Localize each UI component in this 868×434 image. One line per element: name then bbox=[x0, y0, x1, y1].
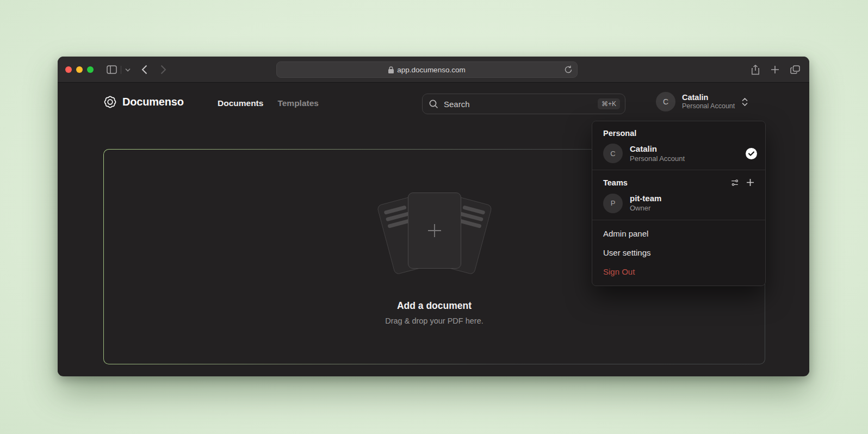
sidebar-chevron-down-icon[interactable] bbox=[125, 68, 131, 72]
lock-icon bbox=[388, 66, 394, 73]
nav-link-templates[interactable]: Templates bbox=[277, 98, 319, 108]
address-bar[interactable]: app.documenso.com bbox=[276, 61, 578, 78]
browser-window: app.documenso.com bbox=[58, 57, 809, 376]
avatar: C bbox=[656, 92, 675, 111]
browser-chrome: app.documenso.com bbox=[58, 57, 809, 83]
teams-section-label: Teams bbox=[603, 178, 628, 187]
forward-button-icon[interactable] bbox=[160, 65, 166, 75]
document-stack-illustration bbox=[372, 188, 497, 282]
menu-item-user-settings[interactable]: User settings bbox=[592, 243, 765, 262]
minimize-window-button[interactable] bbox=[76, 66, 83, 73]
chrome-nav-controls bbox=[107, 57, 166, 83]
personal-section-label: Personal bbox=[592, 125, 765, 141]
main-nav: Documents Templates bbox=[218, 98, 319, 108]
personal-account-subtitle: Personal Account bbox=[630, 154, 685, 164]
document-card-center bbox=[408, 193, 461, 269]
search-icon bbox=[429, 100, 438, 109]
team-item[interactable]: P pit-team Owner bbox=[592, 190, 765, 215]
share-icon[interactable] bbox=[751, 65, 760, 75]
back-button-icon[interactable] bbox=[141, 65, 147, 75]
search-input[interactable]: Search ⌘+K bbox=[422, 94, 625, 114]
app-content: Documenso Documents Templates Search ⌘+K… bbox=[58, 83, 809, 376]
plus-icon bbox=[426, 222, 443, 239]
team-role: Owner bbox=[630, 204, 661, 213]
brand-name: Documenso bbox=[122, 96, 184, 108]
team-avatar: P bbox=[603, 194, 623, 213]
manage-teams-icon[interactable] bbox=[730, 178, 739, 187]
new-tab-icon[interactable] bbox=[771, 65, 779, 74]
personal-account-name: Catalin bbox=[630, 144, 685, 154]
chrome-action-icons bbox=[751, 57, 800, 83]
sidebar-toggle-icon[interactable] bbox=[107, 65, 117, 74]
team-name: pit-team bbox=[630, 193, 661, 204]
create-team-plus-icon[interactable] bbox=[746, 178, 754, 187]
traffic-lights bbox=[65, 66, 94, 73]
chevrons-up-down-icon bbox=[741, 97, 748, 107]
reload-icon[interactable] bbox=[565, 65, 572, 74]
search-placeholder: Search bbox=[444, 100, 598, 109]
account-subtitle: Personal Account bbox=[682, 102, 735, 111]
dropzone-subtitle: Drag & drop your PDF here. bbox=[385, 317, 483, 325]
selected-check-icon bbox=[746, 148, 757, 159]
url-text: app.documenso.com bbox=[397, 66, 465, 74]
documenso-badge-icon bbox=[103, 95, 117, 109]
menu-item-sign-out[interactable]: Sign Out bbox=[592, 262, 765, 281]
account-dropdown-menu: Personal C Catalin Personal Account Team… bbox=[592, 121, 766, 286]
tab-overview-icon[interactable] bbox=[790, 65, 800, 74]
account-name: Catalin bbox=[682, 92, 735, 102]
account-menu-button[interactable]: C Catalin Personal Account bbox=[656, 92, 748, 111]
menu-item-admin-panel[interactable]: Admin panel bbox=[592, 224, 765, 243]
chrome-separator bbox=[121, 66, 121, 74]
documenso-logo[interactable]: Documenso bbox=[103, 95, 184, 109]
avatar: C bbox=[603, 144, 623, 163]
menu-divider bbox=[592, 220, 765, 220]
personal-account-item[interactable]: C Catalin Personal Account bbox=[592, 141, 765, 166]
search-shortcut-badge: ⌘+K bbox=[598, 98, 620, 109]
dropzone-title: Add a document bbox=[397, 300, 472, 312]
nav-link-documents[interactable]: Documents bbox=[218, 98, 263, 108]
zoom-window-button[interactable] bbox=[87, 66, 94, 73]
menu-divider bbox=[592, 170, 765, 170]
teams-section-header: Teams bbox=[592, 174, 765, 190]
close-window-button[interactable] bbox=[65, 66, 72, 73]
